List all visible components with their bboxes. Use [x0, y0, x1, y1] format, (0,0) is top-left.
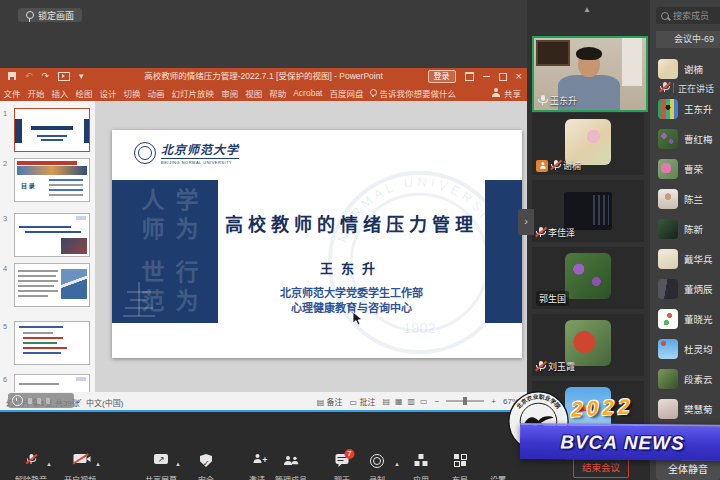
tab-baidu-pan[interactable]: 百度网盘 [326, 87, 367, 99]
comments-button[interactable]: ▭ 批注 [350, 396, 376, 407]
member-row[interactable]: 戴华兵 [658, 248, 713, 270]
zoom-out-icon[interactable]: − [435, 397, 440, 406]
camera-options-caret[interactable]: ▲ [95, 461, 101, 467]
video-tile-lijiaze[interactable]: 李佳泽 [532, 180, 644, 242]
apps-button[interactable]: 应用 [399, 443, 443, 480]
svg-text:1902: 1902 [403, 320, 436, 336]
slide-thumbnail-1[interactable] [14, 108, 90, 152]
collapse-strip-icon[interactable]: ▲ [575, 4, 599, 16]
slide-thumbnail-5[interactable] [14, 321, 90, 365]
member-row[interactable]: 董晓光 [658, 308, 713, 330]
tab-insert[interactable]: 插入 [48, 87, 72, 99]
member-row[interactable]: 曹荣 [658, 158, 703, 180]
member-row[interactable]: 谢楠 [658, 58, 703, 80]
participants-button[interactable]: 管理成员 [269, 443, 313, 480]
panel-expand-handle[interactable]: › [518, 209, 534, 235]
restore-icon[interactable] [499, 73, 507, 81]
save-icon[interactable] [8, 72, 16, 80]
thumb-number: 2 [3, 159, 7, 168]
sorter-view-icon[interactable]: ▦ [395, 397, 403, 406]
tab-animations[interactable]: 动画 [144, 87, 168, 99]
mic-on-icon [538, 95, 547, 107]
member-row[interactable]: 陈兰 [658, 188, 703, 210]
member-row[interactable]: 曹红梅 [658, 128, 713, 150]
login-button[interactable]: 登录 [428, 70, 456, 83]
tile-name: 刘玉霞 [548, 360, 575, 373]
slideshow-icon[interactable] [58, 72, 70, 81]
mute-all-button[interactable]: 全体静音 [656, 459, 720, 480]
qat-dropdown-icon[interactable]: ▾ [79, 72, 84, 81]
normal-view-icon[interactable]: ▤ [382, 397, 390, 406]
tab-draw[interactable]: 绘图 [72, 87, 96, 99]
ribbon-options-icon[interactable] [465, 72, 474, 81]
security-button[interactable]: ✓ 安全 [184, 443, 228, 480]
slide-thumbnail-6[interactable] [14, 374, 90, 392]
university-seal-icon [134, 142, 156, 164]
tile-name: 李佳泽 [548, 226, 575, 239]
undo-icon[interactable]: ↶ [25, 72, 33, 81]
language-indicator[interactable]: 中文(中国) [86, 397, 123, 408]
video-tile-xienan[interactable]: 谢楠 [532, 113, 644, 175]
tab-home[interactable]: 开始 [24, 87, 48, 99]
tab-view[interactable]: 视图 [242, 87, 266, 99]
tab-slideshow[interactable]: 幻灯片放映 [168, 87, 218, 99]
meeting-window: 锁定画面 高校教师的情绪压力管理-2022.7.1 [受保护的视图] - Pow… [0, 0, 720, 480]
tab-design[interactable]: 设计 [96, 87, 120, 99]
reading-view-icon[interactable]: ▥ [408, 397, 416, 406]
slide-thumbnail-2[interactable]: 目 录 [14, 158, 90, 202]
clock-icon [12, 395, 23, 406]
redo-icon[interactable]: ↷ [42, 72, 50, 81]
invite-person-icon: + [253, 454, 262, 463]
member-row[interactable]: 董炳辰 [658, 278, 713, 300]
avatar [658, 399, 678, 419]
tab-review[interactable]: 审阅 [218, 87, 242, 99]
share-options-caret[interactable]: ▲ [175, 461, 181, 467]
member-row[interactable]: 王东升 [658, 98, 713, 120]
layout-icon [454, 454, 466, 466]
search-members-input[interactable]: 搜索成员 [656, 7, 720, 24]
floating-timer-overlay [8, 393, 74, 408]
chat-icon: 7 [336, 454, 349, 464]
avatar [658, 189, 678, 209]
lock-view-button[interactable]: 锁定画面 [18, 8, 82, 22]
zoom-in-icon[interactable]: + [491, 397, 496, 406]
mic-options-caret[interactable]: ▲ [46, 461, 52, 467]
member-row[interactable]: 杜灵均 [658, 338, 713, 360]
member-row[interactable]: 段素云 [658, 368, 713, 390]
avatar [658, 339, 678, 359]
tab-acrobat[interactable]: Acrobat [290, 88, 326, 98]
avatar [658, 129, 678, 149]
powerpoint-window: 高校教师的情绪压力管理-2022.7.1 [受保护的视图] - PowerPoi… [0, 68, 527, 412]
slide-thumbnail-3[interactable] [14, 213, 90, 257]
tab-help[interactable]: 帮助 [266, 87, 290, 99]
mic-muted-icon [27, 454, 36, 466]
tell-me-box[interactable]: 告诉我你想要做什么 [367, 87, 460, 99]
tab-file[interactable]: 文件 [0, 87, 24, 99]
video-tile-wangdongsheng[interactable]: 王东升 [532, 36, 648, 112]
speaking-indicator: 正在讲话 [660, 81, 714, 95]
person-head [578, 52, 600, 77]
slideshow-view-icon[interactable]: ▭ [420, 397, 428, 406]
participants-icon [283, 454, 299, 465]
slide-thumbnail-4[interactable] [14, 263, 90, 307]
video-tile-liuyuxia[interactable]: 刘玉霞 [532, 314, 644, 376]
share-button[interactable]: 共享 [492, 87, 521, 99]
mouse-cursor [352, 311, 363, 326]
tab-transitions[interactable]: 切换 [120, 87, 144, 99]
watermark-year: 2022 [570, 394, 634, 421]
thumb-number: 4 [3, 264, 7, 273]
lock-view-label: 锁定画面 [38, 9, 74, 22]
member-row[interactable]: 陈新 [658, 218, 703, 240]
record-button[interactable]: 录制 [355, 443, 399, 480]
tile-name: 王东升 [550, 94, 577, 107]
spellcheck-icon[interactable]: ✓ [76, 397, 83, 406]
minimize-icon[interactable] [483, 76, 490, 78]
notes-button[interactable]: ▤ 备注 [317, 396, 343, 407]
in-meeting-tab[interactable]: 会议中-69 [656, 31, 720, 48]
end-meeting-button[interactable]: 结束会议 [573, 457, 629, 478]
member-row[interactable]: 樊慧菊 [658, 398, 713, 420]
zoom-slider[interactable] [446, 400, 484, 402]
chat-badge: 7 [345, 449, 355, 459]
video-tile-guoshengguo[interactable]: 郭生国 [532, 247, 644, 309]
close-icon[interactable]: × [516, 71, 522, 82]
